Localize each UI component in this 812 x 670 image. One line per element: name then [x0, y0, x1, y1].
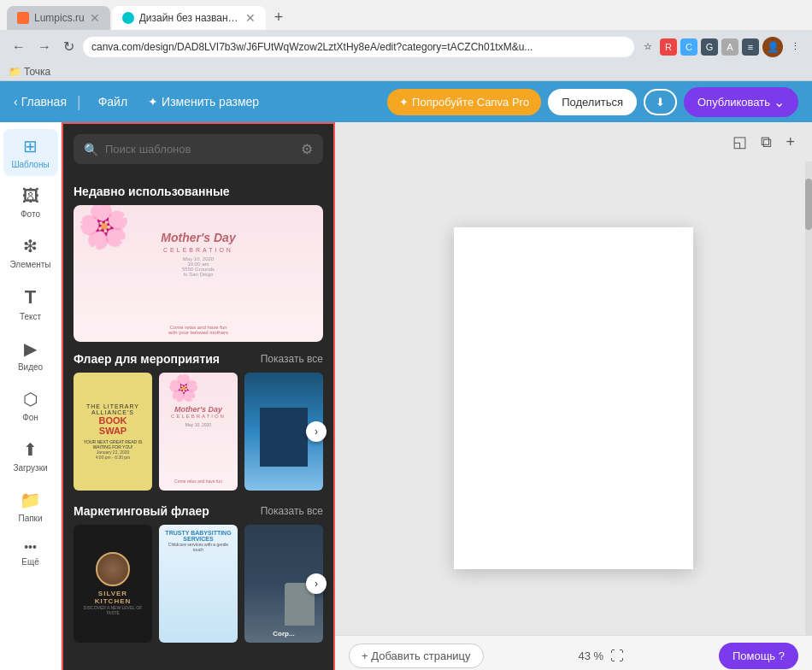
bookmark-label: Точка — [24, 66, 50, 78]
canva-pro-icon: ✦ — [399, 96, 409, 109]
help-button[interactable]: Помощь ? — [719, 643, 798, 669]
recently-used-card[interactable]: 🌸 Mother's Day CELEBRATION May 10, 20201… — [74, 205, 323, 342]
marketing-flyer-next-arrow[interactable]: › — [306, 573, 327, 594]
template-card-mothers-day[interactable]: 🌸 Mother's Day CELEBRATION May 10, 2020 … — [159, 373, 238, 491]
photos-label: Фото — [21, 209, 40, 219]
templates-panel: 🔍 ⚙ Недавно использованные 🌸 Mother's Da… — [62, 122, 335, 670]
menu-icon[interactable]: ⋮ — [786, 38, 803, 56]
more-icon: ••• — [24, 540, 37, 554]
canvas-scrollbar-thumb — [805, 179, 812, 230]
home-button[interactable]: ‹ Главная — [14, 95, 67, 109]
ext-icon-1[interactable]: R — [660, 38, 677, 56]
canvas-add-button[interactable]: + — [782, 129, 798, 155]
template-card-babysitting[interactable]: TRUSTY BABYSITTING SERVICES Childcare se… — [159, 525, 238, 643]
filter-icon[interactable]: ⚙ — [301, 141, 313, 157]
sidebar-item-photos[interactable]: 🖼 Фото — [3, 179, 58, 226]
resize-icon: ✦ — [148, 95, 158, 109]
card-title: Mother's Day — [161, 231, 235, 245]
event-flyer-show-all[interactable]: Показать все — [261, 353, 323, 365]
corporate-text: Corp... — [273, 630, 294, 638]
zoom-expand-icon[interactable]: ⛶ — [610, 649, 624, 664]
canvas-arrange-button[interactable]: ◱ — [729, 129, 750, 155]
file-label: Файл — [98, 95, 127, 109]
sidebar-item-text[interactable]: T Текст — [3, 279, 58, 328]
building-shape — [260, 408, 307, 467]
marketing-flyer-show-all[interactable]: Показать все — [261, 505, 323, 517]
templates-content: Недавно использованные 🌸 Mother's Day CE… — [63, 174, 333, 670]
folders-label: Папки — [18, 514, 42, 523]
share-button[interactable]: Поделиться — [548, 89, 637, 115]
card-title-text: Mother's Day — [174, 405, 222, 414]
star-icon[interactable]: ☆ — [639, 38, 656, 56]
add-page-button[interactable]: + Добавить страницу — [349, 644, 484, 668]
sidebar-item-uploads[interactable]: ⬆ Загрузки — [3, 432, 58, 479]
event-flyer-next-arrow[interactable]: › — [306, 421, 327, 442]
marketing-flyer-grid-wrap: SILVER KITCHEN DISCOVER A NEW LEVEL OF T… — [74, 525, 323, 643]
tab-canva[interactable]: Дизайн без названия — Flyer (A... ✕ — [112, 6, 266, 30]
text-label: Текст — [20, 312, 41, 321]
sidebar-item-video[interactable]: ▶ Видео — [3, 332, 58, 379]
profile-avatar[interactable]: 👤 — [762, 37, 783, 57]
ext-icon-4[interactable]: A — [721, 38, 738, 56]
canva-pro-button[interactable]: ✦ Попробуйте Canva Pro — [387, 89, 541, 115]
tab-canva-close[interactable]: ✕ — [245, 11, 256, 25]
bookmark-folder[interactable]: 📁 Точка — [9, 66, 50, 78]
publish-button[interactable]: Опубликовать ⌄ — [684, 87, 798, 117]
sidebar-item-templates[interactable]: ⊞ Шаблоны — [3, 129, 58, 176]
video-label: Видео — [18, 362, 43, 372]
card-celebration: CELEBRATION — [163, 247, 233, 253]
template-card-book-swap[interactable]: THE LITERARY ALLIANCE'S BOOKSWAP YOUR NE… — [74, 373, 152, 491]
zoom-controls: 43 % ⛶ — [578, 649, 624, 664]
new-tab-button[interactable]: + — [268, 5, 291, 30]
mothers-day-inner: 🌸 Mother's Day CELEBRATION May 10, 2020 … — [159, 373, 238, 491]
sidebar-item-elements[interactable]: ❇ Элементы — [3, 229, 58, 276]
marketing-flyer-grid: SILVER KITCHEN DISCOVER A NEW LEVEL OF T… — [74, 525, 323, 643]
tab-lumpics-close[interactable]: ✕ — [90, 11, 100, 25]
tab-lumpics[interactable]: Lumpics.ru ✕ — [7, 6, 110, 30]
tab-bar: Lumpics.ru ✕ Дизайн без названия — Flyer… — [0, 0, 812, 30]
canvas-scrollbar[interactable] — [805, 162, 812, 635]
babysitting-sub: Childcare services with a gentle touch — [164, 542, 232, 552]
card-flowers: 🌸 — [168, 373, 199, 403]
sidebar-item-more[interactable]: ••• Ещё — [3, 533, 58, 573]
sidebar-item-background[interactable]: ⬡ Фон — [3, 382, 58, 429]
food-image — [96, 552, 130, 586]
address-bar: ← → ↻ ☆ R C G A ≡ 👤 ⋮ — [0, 30, 812, 63]
address-input[interactable] — [83, 37, 634, 57]
book-swap-date: January 22, 20204:00 pm - 6:30 pm — [96, 450, 131, 460]
silver-kitchen-image: SILVER KITCHEN DISCOVER A NEW LEVEL OF T… — [74, 525, 152, 643]
card-bottom: Come relax and have funwith your beloved… — [168, 325, 228, 335]
file-menu[interactable]: Файл — [91, 91, 134, 112]
lumpics-favicon — [17, 12, 29, 24]
canva-favicon — [122, 12, 134, 24]
sidebar-item-folders[interactable]: 📁 Папки — [3, 483, 58, 530]
address-icons: ☆ R C G A ≡ 👤 ⋮ — [639, 37, 803, 57]
download-icon: ⬇ — [656, 96, 665, 109]
reload-button[interactable]: ↻ — [60, 35, 78, 58]
bookmark-bar: 📁 Точка — [0, 63, 812, 81]
canvas-copy-button[interactable]: ⧉ — [757, 129, 775, 155]
card-bottom-text: Come relax and have fun — [174, 479, 222, 484]
book-swap-image: THE LITERARY ALLIANCE'S BOOKSWAP YOUR NE… — [74, 373, 152, 491]
uploads-label: Загрузки — [13, 463, 47, 473]
canvas-page — [454, 227, 693, 569]
resize-menu[interactable]: ✦ Изменить размер — [141, 91, 266, 112]
ext-icon-2[interactable]: C — [680, 38, 697, 56]
sidebar-icons: ⊞ Шаблоны 🖼 Фото ❇ Элементы T Текст ▶ Ви… — [0, 122, 62, 670]
search-input[interactable] — [105, 143, 294, 156]
babysitting-title: TRUSTY BABYSITTING SERVICES — [164, 530, 232, 542]
template-card-silver-kitchen[interactable]: SILVER KITCHEN DISCOVER A NEW LEVEL OF T… — [74, 525, 152, 643]
ext-icon-5[interactable]: ≡ — [742, 38, 759, 56]
book-swap-pre: THE LITERARY ALLIANCE'S — [77, 403, 149, 415]
book-swap-title: BOOKSWAP — [99, 415, 127, 436]
forward-button[interactable]: → — [34, 36, 55, 58]
publish-label: Опубликовать — [697, 96, 770, 109]
home-label: Главная — [21, 95, 67, 109]
ext-icon-3[interactable]: G — [701, 38, 718, 56]
recent-card-image: 🌸 Mother's Day CELEBRATION May 10, 20201… — [74, 205, 323, 342]
folders-icon: 📁 — [20, 490, 41, 510]
app-container: ‹ Главная | Файл ✦ Изменить размер ✦ Поп… — [0, 81, 812, 670]
uploads-icon: ⬆ — [23, 439, 38, 460]
download-button[interactable]: ⬇ — [644, 89, 677, 115]
back-button[interactable]: ← — [9, 36, 29, 58]
